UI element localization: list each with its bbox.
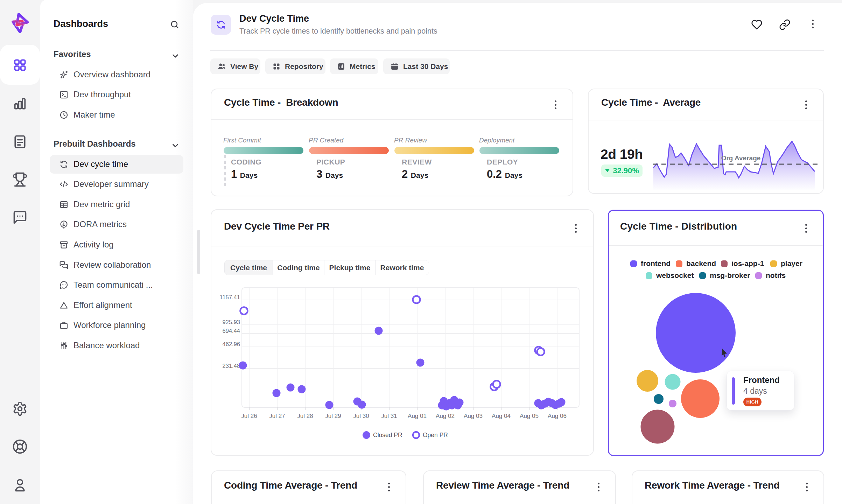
svg-text:Jul 31: Jul 31 [381,413,397,419]
svg-text:694.44: 694.44 [223,328,240,334]
svg-text:Jul 29: Jul 29 [325,413,341,419]
svg-text:1157.41: 1157.41 [220,294,240,300]
svg-text:Jul 28: Jul 28 [297,413,313,419]
svg-text:Aug 01: Aug 01 [408,413,427,419]
svg-text:Open PR: Open PR [423,432,448,439]
svg-text:Closed PR: Closed PR [373,432,402,439]
svg-text:925.93: 925.93 [223,319,240,325]
svg-text:231.48: 231.48 [223,363,240,369]
svg-text:Jul 30: Jul 30 [353,413,369,419]
svg-text:Jul 26: Jul 26 [241,413,257,419]
svg-text:462.96: 462.96 [223,341,240,347]
svg-text:Jul 27: Jul 27 [269,413,285,419]
svg-text:Aug 05: Aug 05 [520,413,539,419]
svg-text:Aug 03: Aug 03 [464,413,483,419]
svg-text:Org Average: Org Average [721,154,761,162]
svg-text:Aug 04: Aug 04 [492,413,511,419]
svg-text:Aug 02: Aug 02 [436,413,455,419]
svg-text:Aug 06: Aug 06 [548,413,567,419]
